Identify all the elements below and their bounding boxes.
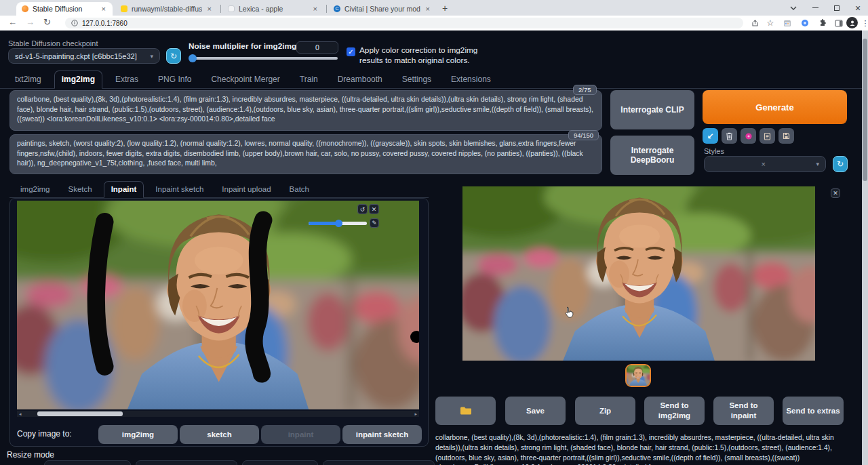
browser-tab-lexica[interactable]: Lexica - apple ×: [222, 2, 324, 16]
window-menu-chevron-icon[interactable]: [783, 0, 804, 16]
negative-prompt-textarea[interactable]: paintings, sketch, (worst quality:2), (l…: [9, 134, 602, 174]
noise-multiplier-slider[interactable]: [190, 57, 338, 60]
save-button[interactable]: Save: [505, 397, 566, 425]
url-text: 127.0.0.1:7860: [82, 20, 127, 27]
page-scrollbar[interactable]: [862, 31, 868, 465]
subtab-batch[interactable]: Batch: [283, 182, 316, 197]
gradio-favicon: [22, 5, 28, 12]
mouse-cursor: [564, 306, 574, 321]
subtab-img2img[interactable]: img2img: [14, 182, 56, 197]
gallery-close-icon[interactable]: ✕: [831, 188, 840, 198]
interrogate-deepbooru-button[interactable]: Interrogate DeepBooru: [610, 136, 694, 175]
tab-close-icon[interactable]: ×: [425, 5, 431, 13]
send-to-inpaint-button[interactable]: Send to inpaint: [713, 397, 774, 425]
window-minimize-button[interactable]: [805, 0, 825, 16]
application-window: Stable Diffusion × runwayml/stable-diffu…: [0, 0, 868, 465]
page-scrollbar-thumb[interactable]: [863, 39, 867, 181]
clear-styles-icon[interactable]: ×: [762, 160, 766, 168]
interrogate-clip-button[interactable]: Interrogate CLIP: [610, 90, 694, 129]
address-bar[interactable]: 127.0.0.1:7860: [65, 18, 743, 28]
apply-style-icon[interactable]: [760, 128, 775, 144]
noise-multiplier-label: Noise multiplier for img2img: [189, 41, 296, 52]
extension-blue-dot-icon[interactable]: [799, 18, 811, 28]
copy-to-inpaint-button[interactable]: inpaint: [261, 425, 340, 444]
forward-icon[interactable]: →: [26, 17, 35, 27]
generate-button[interactable]: Generate: [703, 90, 847, 124]
noise-multiplier-value[interactable]: 0: [296, 41, 338, 54]
copy-to-img2img-button[interactable]: img2img: [98, 425, 178, 444]
extension-grid-icon[interactable]: [781, 18, 793, 28]
resize-mode-option[interactable]: [242, 460, 318, 465]
brush-size-handle[interactable]: [335, 220, 342, 227]
bookmark-star-icon[interactable]: ☆: [764, 18, 776, 28]
resize-mode-option[interactable]: [44, 460, 131, 465]
clear-prompt-trash-icon[interactable]: [722, 128, 737, 144]
extra-networks-icon[interactable]: [741, 128, 756, 144]
inpaint-canvas[interactable]: [17, 201, 419, 409]
scroll-right-arrow-icon[interactable]: ▸: [414, 411, 417, 417]
brush-tool-icon[interactable]: ✎: [370, 218, 379, 228]
browser-tab-runwayml[interactable]: runwayml/stable-diffusion-inpa ×: [115, 2, 218, 16]
prompt-token-counter: 2/75: [573, 85, 597, 95]
prompt-textarea[interactable]: collarbone, (best quality),(8k, 3d),(pho…: [9, 90, 602, 131]
new-tab-button[interactable]: +: [442, 3, 448, 14]
extensions-puzzle-icon[interactable]: [816, 18, 828, 28]
paste-params-icon[interactable]: ↙: [703, 128, 718, 144]
checkpoint-refresh-button[interactable]: ↻: [166, 48, 181, 64]
canvas-undo-icon[interactable]: ↺: [357, 204, 368, 214]
canvas-clear-icon[interactable]: ✕: [369, 204, 379, 214]
tab-extensions[interactable]: Extensions: [444, 71, 498, 88]
scroll-left-arrow-icon[interactable]: ◂: [19, 411, 22, 417]
lexica-favicon: [228, 5, 235, 12]
checkpoint-dropdown[interactable]: sd-v1-5-inpainting.ckpt [c6bbc15e32] ▾: [8, 48, 160, 64]
styles-refresh-button[interactable]: ↻: [833, 156, 848, 172]
tab-img2img[interactable]: img2img: [54, 70, 102, 89]
tab-title: Stable Diffusion: [33, 5, 96, 13]
subtab-inpaint-sketch[interactable]: Inpaint sketch: [149, 182, 210, 197]
tab-checkpoint-merger[interactable]: Checkpoint Merger: [204, 71, 286, 88]
tab-title: Lexica - apple: [239, 5, 308, 13]
tab-extras[interactable]: Extras: [108, 71, 145, 88]
reload-icon[interactable]: ↻: [43, 17, 51, 27]
canvas-scrollbar-thumb[interactable]: [37, 411, 123, 416]
color-correction-checkbox[interactable]: ✓: [347, 47, 355, 56]
browser-profile-avatar[interactable]: [846, 17, 858, 28]
back-icon[interactable]: ←: [8, 17, 17, 27]
subtab-sketch[interactable]: Sketch: [61, 182, 98, 197]
copy-to-inpaint-sketch-button[interactable]: inpaint sketch: [342, 425, 422, 444]
window-close-button[interactable]: ×: [848, 0, 868, 16]
share-icon[interactable]: [749, 18, 761, 28]
open-folder-button[interactable]: [435, 397, 496, 425]
tab-title: Civitai | Share your models: [344, 5, 420, 13]
subtab-inpaint[interactable]: Inpaint: [104, 181, 144, 198]
result-image[interactable]: [462, 186, 815, 361]
tab-close-icon[interactable]: ×: [100, 5, 107, 13]
resize-mode-option[interactable]: [323, 460, 435, 465]
browser-menu-dots-icon[interactable]: ⋮: [859, 18, 868, 28]
copy-to-sketch-button[interactable]: sketch: [180, 425, 259, 444]
tab-dreambooth[interactable]: Dreambooth: [331, 71, 389, 88]
img2img-sub-tab-bar: img2img Sketch Inpaint Inpaint sketch In…: [9, 182, 429, 198]
tab-close-icon[interactable]: ×: [206, 5, 213, 13]
site-info-icon[interactable]: [71, 20, 78, 26]
canvas-horizontal-scrollbar[interactable]: ◂ ▸: [17, 411, 419, 417]
noise-slider-handle[interactable]: [189, 54, 197, 62]
zip-button[interactable]: Zip: [575, 397, 635, 425]
thumbnail-image: [627, 365, 650, 386]
resize-mode-option[interactable]: [136, 460, 237, 465]
send-to-extras-button[interactable]: Send to extras: [783, 397, 844, 425]
send-to-img2img-button[interactable]: Send to img2img: [644, 397, 705, 425]
browser-tab-stable-diffusion[interactable]: Stable Diffusion ×: [16, 2, 113, 16]
tab-png-info[interactable]: PNG Info: [151, 71, 198, 88]
browser-tab-civitai[interactable]: C Civitai | Share your models ×: [328, 2, 437, 16]
tab-settings[interactable]: Settings: [395, 71, 438, 88]
styles-dropdown[interactable]: × ▾: [704, 156, 826, 172]
gallery-thumbnail-selected[interactable]: [625, 364, 651, 387]
tab-close-icon[interactable]: ×: [312, 5, 319, 13]
tab-train[interactable]: Train: [293, 71, 325, 88]
save-style-icon[interactable]: [778, 128, 794, 144]
window-maximize-button[interactable]: [827, 0, 847, 16]
side-panel-icon[interactable]: [833, 18, 845, 28]
tab-txt2img[interactable]: txt2img: [8, 71, 48, 88]
subtab-inpaint-upload[interactable]: Inpaint upload: [215, 182, 277, 197]
